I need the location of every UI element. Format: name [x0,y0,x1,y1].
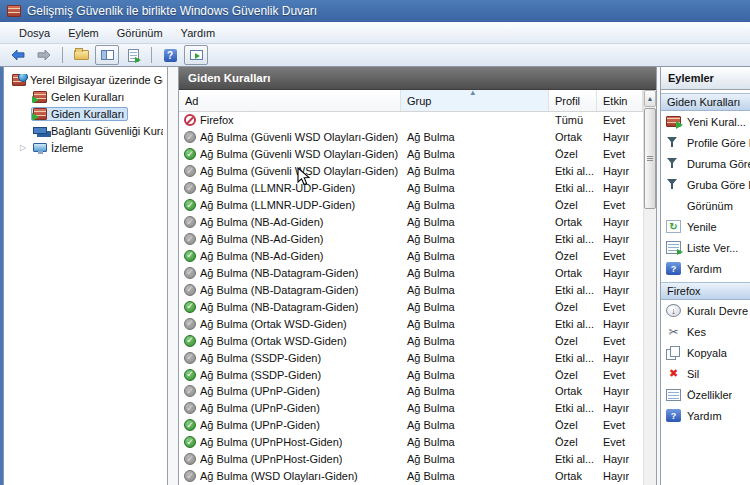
tree-item-monitoring[interactable]: İzleme [4,139,167,156]
action-item[interactable]: Duruma Göre Filtre Uygula [661,153,750,174]
table-row[interactable]: Ağ Bulma (NB-Datagram-Giden)Ağ BulmaOrta… [179,264,643,281]
table-row[interactable]: Ağ Bulma (SSDP-Giden)Ağ BulmaÖzelEvet [179,366,643,383]
rule-disabled-icon [184,385,196,397]
rule-name-cell: Ağ Bulma (NB-Datagram-Giden) [179,284,401,296]
rule-enabled-cell: Evet [597,419,643,431]
table-row[interactable]: Ağ Bulma (Ortak WSD-Giden)Ağ BulmaÖzelEv… [179,332,643,349]
table-row[interactable]: Ağ Bulma (NB-Ad-Giden)Ağ BulmaÖzelEvet [179,248,643,265]
rule-enabled-icon [184,250,196,262]
export-list-button[interactable] [121,45,145,65]
rule-profile-cell: Ortak [549,267,597,279]
action-item[interactable]: Kopyala [661,342,750,363]
back-arrow-icon [10,49,26,61]
table-row[interactable]: Ağ Bulma (LLMNR-UDP-Giden)Ağ BulmaÖzelEv… [179,197,643,214]
action-section-header[interactable]: Firefox [661,282,750,300]
scroll-up-button[interactable] [644,90,656,107]
disable-rule-icon [666,304,681,317]
rule-name-cell: Ağ Bulma (NB-Datagram-Giden) [179,267,401,279]
menu-item-0[interactable]: Dosya [10,25,59,41]
column-label: Profil [555,95,580,107]
table-row[interactable]: Ağ Bulma (LLMNR-UDP-Giden)Ağ BulmaEtki a… [179,180,643,197]
action-item[interactable]: Gruba Göre Filtre Uygula [661,174,750,195]
rule-profile-cell: Ortak [549,131,597,143]
action-item[interactable]: Yardım [661,405,750,426]
menu-item-1[interactable]: Eylem [59,25,108,41]
table-row[interactable]: Ağ Bulma (Güvenli WSD Olayları-Giden)Ağ … [179,146,643,163]
rule-name-cell: Ağ Bulma (Güvenli WSD Olayları-Giden) [179,148,401,160]
action-item[interactable]: Liste Ver... [661,237,750,258]
rule-enabled-cell: Hayır [597,402,643,414]
tree-item-inbound-rules[interactable]: Gelen Kuralları [4,88,167,105]
rule-enabled-cell: Hayır [597,182,643,194]
rule-name-cell: Ağ Bulma (Ortak WSD-Giden) [179,335,401,347]
rule-profile-cell: Etki al... [549,453,597,465]
rule-group-cell: Ağ Bulma [401,148,549,160]
action-item[interactable]: Yeni Kural... [661,111,750,132]
table-row[interactable]: Ağ Bulma (Güvenli WSD Olayları-Giden)Ağ … [179,129,643,146]
column-header-profil[interactable]: Profil [549,90,597,111]
rule-name: Ağ Bulma (WSD Olayları-Giden) [200,470,358,482]
menu-item-2[interactable]: Görünüm [108,25,172,41]
rule-disabled-icon [184,470,196,482]
rule-profile-cell: Ortak [549,385,597,397]
table-row[interactable]: Ağ Bulma (UPnP-Giden)Ağ BulmaÖzelEvet [179,417,643,434]
tree-item-root[interactable]: Yerel Bilgisayar üzerinde Gelişmiş Güven… [4,71,167,88]
action-item[interactable]: Özellikler [661,384,750,405]
action-item[interactable]: Profile Göre Filtre Uygula [661,132,750,153]
rules-list-panel: Giden Kuralları Ad Grup Profil Etkin Fir… [178,67,657,485]
action-pane-toggle-button[interactable] [184,45,208,65]
menu-item-3[interactable]: Yardım [172,25,225,41]
cut-icon [666,325,681,338]
rule-group-cell: Ağ Bulma [401,267,549,279]
scrollbar-thumb[interactable] [644,108,656,209]
table-row[interactable]: Ağ Bulma (NB-Ad-Giden)Ağ BulmaEtki al...… [179,231,643,248]
rule-enabled-cell: Hayır [597,318,643,330]
action-section-header[interactable]: Giden Kuralları [661,93,750,111]
action-item[interactable]: Sil [661,363,750,384]
window-title: Gelişmiş Güvenlik ile birlikte Windows G… [27,4,317,18]
table-row[interactable]: Ağ Bulma (Güvenli WSD Olayları-Giden)Ağ … [179,163,643,180]
rule-enabled-cell: Hayır [597,131,643,143]
table-row[interactable]: Ağ Bulma (UPnPHost-Giden)Ağ BulmaÖzelEve… [179,434,643,451]
table-row[interactable]: Ağ Bulma (UPnP-Giden)Ağ BulmaEtki al...H… [179,400,643,417]
action-item[interactable]: Görünüm [661,195,750,216]
column-label: Ad [185,95,198,107]
back-button[interactable] [6,45,30,65]
table-row[interactable]: FirefoxTümüEvet [179,112,643,129]
table-row[interactable]: Ağ Bulma (UPnPHost-Giden)Ağ BulmaEtki al… [179,451,643,468]
action-item[interactable]: Kuralı Devre Dışı Bırak [661,300,750,321]
column-header-grup[interactable]: Grup [401,90,549,111]
tree-item-connection-security-rules[interactable]: Bağlantı Güvenliği Kuralları [4,122,167,139]
column-header-etkin[interactable]: Etkin [597,90,643,111]
table-row[interactable]: Ağ Bulma (NB-Datagram-Giden)Ağ BulmaEtki… [179,281,643,298]
console-tree-toggle-button[interactable] [95,45,119,65]
table-row[interactable]: Ağ Bulma (Ortak WSD-Giden)Ağ BulmaEtki a… [179,315,643,332]
up-one-level-button[interactable] [69,45,93,65]
table-row[interactable]: Ağ Bulma (NB-Ad-Giden)Ağ BulmaOrtakHayır [179,214,643,231]
help-button[interactable]: ? [158,45,182,65]
table-row[interactable]: Ağ Bulma (SSDP-Giden)Ağ BulmaEtki al...H… [179,349,643,366]
table-row[interactable]: Ağ Bulma (UPnP-Giden)Ağ BulmaOrtakHayır [179,383,643,400]
column-header-ad[interactable]: Ad [179,90,401,111]
filter-icon [666,178,681,191]
action-item-label: Kuralı Devre Dışı Bırak [687,305,750,317]
column-header-row: Ad Grup Profil Etkin [179,90,643,112]
table-row[interactable]: Ağ Bulma (WSD Olayları-Giden)Ağ BulmaOrt… [179,468,643,485]
rule-profile-cell: Etki al... [549,318,597,330]
tree-item-label: Yerel Bilgisayar üzerinde Gelişmiş Güven… [30,74,163,86]
tree-item-outbound-rules[interactable]: Giden Kuralları [4,105,167,122]
action-item[interactable]: Kes [661,321,750,342]
action-item[interactable]: Yenile [661,216,750,237]
forward-button[interactable] [32,45,56,65]
tree-item-content: Bağlantı Güvenliği Kuralları [31,124,167,138]
rule-name-cell: Ağ Bulma (LLMNR-UDP-Giden) [179,199,401,211]
table-row[interactable]: Ağ Bulma (NB-Datagram-Giden)Ağ BulmaÖzel… [179,298,643,315]
tree-item-content: Gelen Kuralları [31,90,128,104]
expander-icon[interactable] [20,142,31,153]
rule-disabled-icon [184,267,196,279]
rule-disabled-icon [184,402,196,414]
vertical-scrollbar[interactable] [643,90,656,485]
rule-enabled-cell: Evet [597,436,643,448]
action-item[interactable]: Yardım [661,258,750,279]
rule-profile-cell: Etki al... [549,165,597,177]
